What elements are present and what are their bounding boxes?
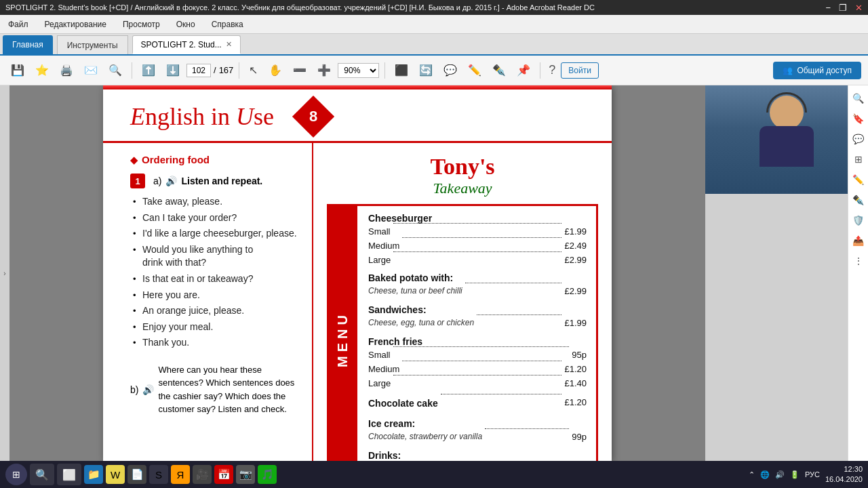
eiu-header: English in Use 8 bbox=[103, 85, 612, 143]
list-item: • Thank you. bbox=[133, 336, 298, 350]
menu-edit[interactable]: Редактирование bbox=[42, 18, 109, 30]
stamp-btn[interactable]: 📌 bbox=[513, 61, 534, 79]
tab-home[interactable]: Главная bbox=[3, 35, 53, 54]
audio-icon[interactable]: 🔊 bbox=[165, 176, 177, 186]
dots bbox=[485, 428, 569, 429]
exercise-b-text: Where can you hear these sentences? Whic… bbox=[158, 363, 298, 416]
menu-category-sandwiches: Sandwiches: Cheese, egg, tuna or chicken… bbox=[368, 304, 587, 331]
bullet-text: Would you like anything todrink with tha… bbox=[142, 243, 253, 270]
audio-icon-b[interactable]: 🔊 bbox=[142, 384, 154, 395]
exercise-b-label: b) bbox=[130, 384, 138, 395]
windows-icon: ⊞ bbox=[12, 469, 20, 480]
sidebar-layers[interactable]: ⊞ bbox=[850, 150, 867, 168]
sidebar-highlight2[interactable]: ✏️ bbox=[850, 171, 867, 188]
hand-tool-btn[interactable]: ✋ bbox=[264, 61, 286, 79]
cat-name: Drinks: bbox=[368, 450, 587, 461]
cat-name: Ice cream: bbox=[368, 418, 587, 429]
email-btn[interactable]: ✉️ bbox=[80, 61, 102, 79]
tab-close-btn[interactable]: ✕ bbox=[226, 40, 232, 49]
dots bbox=[393, 375, 561, 375]
menu-bar: Файл Редактирование Просмотр Окно Справк… bbox=[0, 15, 868, 34]
taskbar-clock[interactable]: 12:30 16.04.2020 bbox=[825, 464, 863, 485]
cat-name: Baked potato with: bbox=[368, 272, 587, 283]
sidebar-more[interactable]: ⋮ bbox=[850, 252, 867, 270]
diamond-icon: ◆ bbox=[130, 155, 138, 165]
dots bbox=[393, 223, 562, 224]
sep4 bbox=[540, 62, 540, 79]
tray-volume[interactable]: 🔊 bbox=[775, 470, 785, 479]
restore-btn[interactable]: ❐ bbox=[839, 3, 847, 13]
zoom-in-btn[interactable]: ➕ bbox=[313, 61, 335, 79]
dots bbox=[393, 251, 561, 252]
taskbar-search[interactable]: 🔍 bbox=[30, 464, 54, 485]
tray-battery[interactable]: 🔋 bbox=[790, 470, 800, 479]
login-btn[interactable]: Войти bbox=[561, 62, 599, 79]
title-bar: SPOTLIGHT 2. Student's book [+CD] / Англ… bbox=[0, 0, 868, 15]
pdf-area[interactable]: English in Use 8 ◆ Ordering food bbox=[9, 85, 705, 461]
fit-page-btn[interactable]: ⬛ bbox=[391, 61, 412, 79]
sep1 bbox=[132, 62, 132, 79]
bookmark-btn[interactable]: ⭐ bbox=[31, 61, 53, 79]
top-strip bbox=[103, 85, 612, 89]
sidebar-export[interactable]: 📤 bbox=[850, 232, 867, 249]
dots bbox=[393, 346, 570, 347]
menu-help[interactable]: Справка bbox=[209, 18, 246, 30]
cat-name: Chocolate cake bbox=[368, 396, 438, 411]
section-title-text: Ordering food bbox=[142, 154, 210, 165]
search-btn[interactable]: 🔍 bbox=[104, 61, 126, 79]
help-btn[interactable]: ? bbox=[546, 60, 558, 80]
tab-tools[interactable]: Инструменты bbox=[57, 35, 128, 54]
zoom-select[interactable]: 90% 75% 100% 125% bbox=[338, 63, 379, 78]
price-row: Chocolate cake £1.20 bbox=[368, 396, 587, 412]
taskbar-acrobat[interactable]: 📄 bbox=[127, 465, 146, 484]
taskbar-meetup[interactable]: 📅 bbox=[214, 465, 233, 484]
tab-document[interactable]: SPOTLIGHT 2. Stud... ✕ bbox=[132, 35, 241, 54]
window-controls[interactable]: − ❐ ✕ bbox=[825, 3, 863, 13]
menu-window[interactable]: Окно bbox=[174, 18, 198, 30]
save-btn[interactable]: 💾 bbox=[7, 61, 28, 79]
menu-file[interactable]: Файл bbox=[5, 18, 31, 30]
taskbar-camera[interactable]: 📷 bbox=[236, 465, 255, 484]
sidebar-bookmark[interactable]: 🔖 bbox=[850, 110, 867, 127]
sidebar-protect[interactable]: 🛡️ bbox=[850, 211, 867, 229]
taskbar-skype[interactable]: S bbox=[149, 465, 168, 484]
cursor-tool-btn[interactable]: ↖ bbox=[245, 61, 262, 79]
start-button[interactable]: ⊞ bbox=[5, 464, 27, 485]
person-body bbox=[760, 126, 814, 167]
page-number-input[interactable]: 102 bbox=[186, 64, 211, 77]
tray-arrow[interactable]: ⌃ bbox=[749, 470, 755, 479]
sidebar-comment2[interactable]: 💬 bbox=[850, 130, 867, 148]
taskbar-task-view[interactable]: ⬜ bbox=[57, 464, 81, 485]
sign-btn[interactable]: ✒️ bbox=[488, 61, 510, 79]
listen-repeat-text: Listen and repeat. bbox=[181, 176, 262, 186]
highlight-btn[interactable]: ✏️ bbox=[464, 61, 486, 79]
cat-name: Cheeseburger bbox=[368, 213, 587, 224]
rotate-btn[interactable]: 🔄 bbox=[415, 61, 437, 79]
taskbar-music[interactable]: 🎵 bbox=[258, 465, 277, 484]
close-btn[interactable]: ✕ bbox=[855, 3, 863, 13]
taskbar-explorer[interactable]: 📁 bbox=[84, 465, 103, 484]
list-item: • Would you like anything todrink with t… bbox=[133, 243, 298, 270]
sidebar-sign2[interactable]: ✒️ bbox=[850, 191, 867, 209]
menu-view[interactable]: Просмотр bbox=[120, 18, 163, 30]
tray-lang[interactable]: РУС bbox=[805, 470, 820, 479]
next-page-btn[interactable]: ⬇️ bbox=[162, 61, 184, 79]
zoom-out-btn[interactable]: ➖ bbox=[289, 61, 311, 79]
minimize-btn[interactable]: − bbox=[825, 3, 831, 13]
sidebar-zoom-in[interactable]: 🔍 bbox=[850, 89, 867, 107]
taskbar-yandex[interactable]: Я bbox=[171, 465, 190, 484]
clock-date: 16.04.2020 bbox=[825, 474, 863, 485]
taskbar-zoom[interactable]: 🎥 bbox=[193, 465, 212, 484]
left-sidebar-toggle[interactable]: › bbox=[0, 85, 9, 461]
taskbar-word[interactable]: W bbox=[106, 465, 125, 484]
prev-page-btn[interactable]: ⬆️ bbox=[138, 61, 159, 79]
list-item: • An orange juice, please. bbox=[133, 304, 298, 318]
share-btn[interactable]: 👥 Общий доступ bbox=[773, 62, 861, 79]
tray-network[interactable]: 🌐 bbox=[760, 470, 770, 479]
bullet-dot: • bbox=[133, 306, 138, 316]
bullet-dot: • bbox=[133, 228, 138, 239]
comment-btn[interactable]: 💬 bbox=[439, 61, 461, 79]
system-tray: ⌃ 🌐 🔊 🔋 РУС 12:30 16.04.2020 bbox=[749, 464, 863, 485]
right-col: Tony's Takeaway MENU Cheeseburger bbox=[313, 143, 612, 461]
print-btn[interactable]: 🖨️ bbox=[56, 61, 77, 79]
